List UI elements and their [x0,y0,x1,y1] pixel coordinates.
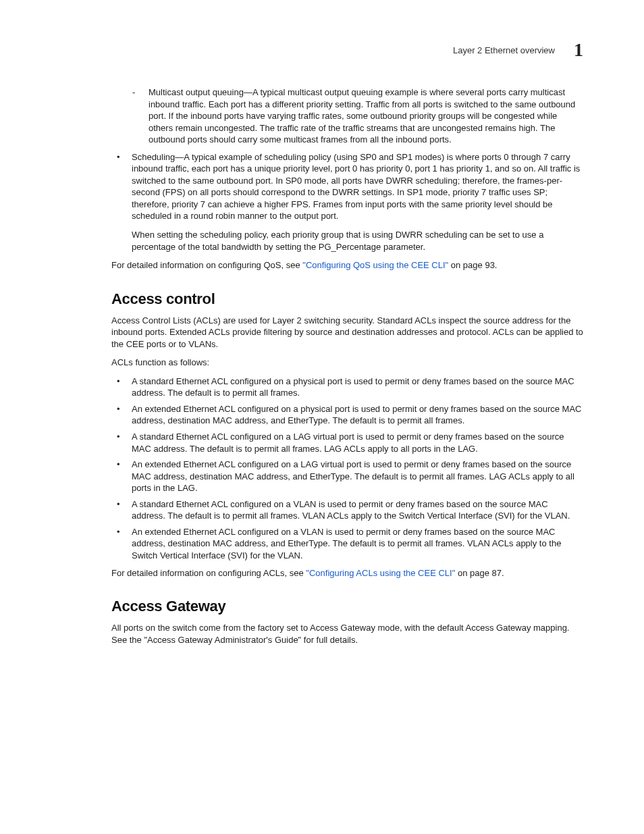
qos-ref-pre: For detailed information on configuring … [111,260,302,270]
acl-item-4: • A standard Ethernet ACL configured on … [132,498,583,522]
bullet-icon: • [117,375,120,388]
acl-intro: Access Control Lists (ACLs) are used for… [111,315,583,350]
acl-item-0: • A standard Ethernet ACL configured on … [132,375,583,399]
dash-item-multicast: - Multicast output queuing—A typical mul… [149,86,583,146]
acl-ref-pre: For detailed information on configuring … [111,568,306,578]
acl-lead: ACLs function as follows: [111,357,583,369]
page: Layer 2 Ethernet overview 1 - Multicast … [0,0,644,834]
sched-para-1: Scheduling—A typical example of scheduli… [132,151,583,222]
acl-ref-link[interactable]: "Configuring ACLs using the CEE CLI" [306,568,455,578]
acl-item-text: A standard Ethernet ACL configured on a … [132,499,570,521]
heading-access-gateway: Access Gateway [111,598,583,615]
acl-item-5: • An extended Ethernet ACL configured on… [132,526,583,562]
acl-item-text: An extended Ethernet ACL configured on a… [132,404,582,426]
bullet-icon: • [117,151,120,163]
chapter-number: 1 [574,41,583,59]
acl-item-text: An extended Ethernet ACL configured on a… [132,459,574,493]
heading-access-control: Access control [111,290,583,308]
qos-ref-post: on page 93. [448,260,497,270]
acl-item-2: • A standard Ethernet ACL configured on … [132,431,583,454]
bullet-icon: • [117,526,120,538]
acl-ref-line: For detailed information on configuring … [111,567,583,579]
sched-para-2: When setting the scheduling policy, each… [132,229,583,253]
running-title: Layer 2 Ethernet overview [453,45,555,55]
bullet-icon: • [117,459,120,471]
dash-text: Multicast output queuing—A typical multi… [149,87,575,145]
bullet-icon: • [117,403,120,415]
acl-item-3: • An extended Ethernet ACL configured on… [132,459,583,494]
running-head: Layer 2 Ethernet overview 1 [61,41,583,59]
acl-item-text: A standard Ethernet ACL configured on a … [132,376,574,398]
acl-item-1: • An extended Ethernet ACL configured on… [132,403,583,427]
acl-item-text: An extended Ethernet ACL configured on a… [132,527,561,561]
bullet-icon: • [117,498,120,511]
acl-ref-post: on page 87. [455,568,504,578]
bullet-icon: • [117,431,120,443]
qos-ref-link[interactable]: "Configuring QoS using the CEE CLI" [302,260,448,270]
dash-icon: - [132,86,135,99]
bullet-item-scheduling: • Scheduling—A typical example of schedu… [132,151,583,253]
qos-ref-line: For detailed information on configuring … [111,259,583,271]
acl-item-text: A standard Ethernet ACL configured on a … [132,432,564,454]
ag-body: All ports on the switch come from the fa… [111,622,583,646]
